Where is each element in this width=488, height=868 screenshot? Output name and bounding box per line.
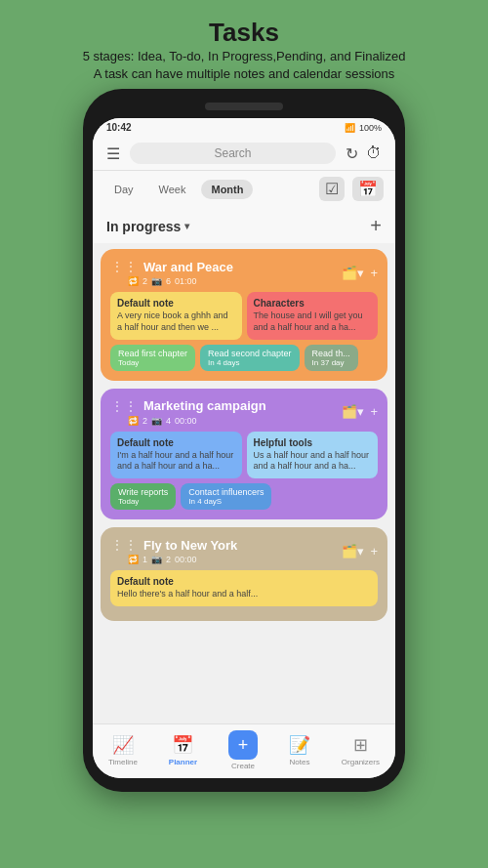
- task-menu-icon[interactable]: 🗂️▾: [342, 266, 364, 280]
- status-time: 10:42: [106, 122, 132, 133]
- menu-icon[interactable]: ☰: [106, 145, 120, 163]
- notes-grid: Default note A very nice book a ghhh and…: [110, 292, 378, 339]
- task-meta: 🔁 2 📷 6 01:00: [128, 276, 233, 286]
- sessions-icon: 📷: [151, 276, 162, 286]
- nav-item-notes[interactable]: 📝 Notes: [289, 734, 310, 766]
- sessions-icon: 📷: [151, 555, 162, 564]
- timeline-label: Timeline: [108, 758, 138, 766]
- session-read-second[interactable]: Read second chapter In 4 days: [200, 345, 300, 371]
- notes-grid: Default note Hello there's a half hour a…: [110, 570, 378, 606]
- note-title: Helpful tools: [254, 437, 372, 448]
- task-title: Marketing campaign: [143, 398, 266, 413]
- section-title[interactable]: In progress ▾: [106, 219, 189, 234]
- note-helpful-tools[interactable]: Helpful tools Us a half hour and a half …: [247, 432, 379, 478]
- notes-icon: 🔁: [128, 555, 139, 564]
- task-title: War and Peace: [143, 260, 233, 274]
- page-subtitle: 5 stages: Idea, To-do, In Progress,Pendi…: [10, 48, 478, 83]
- drag-handle-icon: ⋮⋮: [110, 398, 138, 414]
- note-default[interactable]: Default note Hello there's a half hour a…: [110, 570, 378, 606]
- bottom-nav: 📈 Timeline 📅 Planner + Create 📝 Notes ⊞ …: [93, 723, 395, 778]
- task-meta: 🔁 1 📷 2 00:00: [128, 555, 237, 564]
- notes-icon: 📝: [289, 734, 310, 756]
- phone-notch: [205, 103, 283, 110]
- drag-handle-icon: ⋮⋮: [110, 259, 138, 274]
- top-icons: ↻ ⏱: [346, 145, 382, 163]
- create-btn[interactable]: +: [228, 730, 258, 760]
- session-contact-influencers[interactable]: Contact influencers In 4 dayS: [181, 483, 271, 510]
- status-right: 📶 100%: [345, 123, 382, 133]
- drag-handle-icon: ⋮⋮: [110, 537, 138, 553]
- note-characters[interactable]: Characters The house and I will get you …: [247, 292, 379, 339]
- task-title-row: ⋮⋮ War and Peace: [110, 259, 233, 274]
- nav-item-organizers[interactable]: ⊞ Organizers: [342, 734, 380, 766]
- nav-item-create[interactable]: + Create: [228, 730, 258, 770]
- tab-month[interactable]: Month: [201, 180, 253, 199]
- sessions-count: 2: [166, 555, 171, 564]
- task-actions: 🗂️▾ +: [342, 266, 378, 280]
- note-text: Hello there's a half hour and a half...: [117, 589, 371, 600]
- session-read-third[interactable]: Read th... In 37 day: [305, 345, 358, 371]
- planner-icon: 📅: [172, 734, 193, 756]
- session-read-first[interactable]: Read first chapter Today: [110, 345, 195, 371]
- notes-grid: Default note I'm a half hour and a half …: [110, 432, 378, 478]
- timer-icon[interactable]: ⏱: [366, 145, 382, 163]
- add-task-btn[interactable]: +: [370, 215, 382, 237]
- tab-day[interactable]: Day: [104, 180, 143, 199]
- timeline-icon: 📈: [112, 734, 134, 756]
- phone-screen: 10:42 📶 100% ☰ Search ↻ ⏱ Day Week Month…: [93, 118, 395, 778]
- task-actions: 🗂️▾ +: [342, 404, 378, 419]
- nav-item-timeline[interactable]: 📈 Timeline: [108, 734, 138, 766]
- signal-icon: 📶: [345, 123, 355, 133]
- tab-week[interactable]: Week: [149, 180, 196, 199]
- planner-label: Planner: [169, 758, 197, 766]
- calendar-view-icon[interactable]: 📅: [352, 177, 384, 201]
- search-box[interactable]: Search: [130, 143, 336, 164]
- sessions-count: 4: [166, 416, 171, 426]
- notes-icon: 🔁: [128, 276, 139, 286]
- duration: 01:00: [175, 276, 197, 286]
- note-default[interactable]: Default note I'm a half hour and a half …: [110, 432, 242, 478]
- page-title: Tasks: [10, 18, 478, 48]
- filter-icons: ☑ 📅: [319, 177, 384, 201]
- task-title: Fly to New York: [143, 538, 237, 553]
- task-menu-icon[interactable]: 🗂️▾: [342, 544, 364, 558]
- note-title: Default note: [117, 437, 235, 448]
- task-menu-icon[interactable]: 🗂️▾: [342, 404, 364, 419]
- note-text: The house and I will get you and a half …: [254, 310, 372, 333]
- task-header: ⋮⋮ War and Peace 🔁 2 📷 6 01:00 🗂️▾: [110, 259, 378, 286]
- notes-count: 1: [142, 555, 147, 564]
- battery-level: 100%: [359, 123, 382, 133]
- note-title: Default note: [117, 576, 371, 587]
- notes-icon: 🔁: [128, 416, 139, 426]
- checklist-icon[interactable]: ☑: [319, 177, 345, 201]
- search-placeholder: Search: [214, 146, 251, 160]
- note-text: I'm a half hour and a half hour and a ha…: [117, 450, 235, 473]
- task-add-icon[interactable]: +: [370, 266, 378, 280]
- session-write-reports[interactable]: Write reports Today: [110, 483, 176, 510]
- task-header: ⋮⋮ Fly to New York 🔁 1 📷 2 00:00 🗂️▾: [110, 537, 378, 564]
- session-tags: Write reports Today Contact influencers …: [110, 483, 378, 510]
- note-default[interactable]: Default note A very nice book a ghhh and…: [110, 292, 242, 339]
- task-title-row: ⋮⋮ Fly to New York: [110, 537, 237, 553]
- note-title: Default note: [117, 298, 235, 309]
- section-header: In progress ▾ +: [93, 207, 395, 243]
- refresh-icon[interactable]: ↻: [346, 145, 358, 163]
- session-tags: Read first chapter Today Read second cha…: [110, 345, 378, 371]
- organizers-icon: ⊞: [353, 734, 368, 756]
- top-bar: ☰ Search ↻ ⏱: [93, 137, 395, 171]
- notes-label: Notes: [290, 758, 310, 766]
- task-add-icon[interactable]: +: [370, 544, 378, 558]
- task-add-icon[interactable]: +: [370, 404, 378, 419]
- notes-count: 2: [142, 416, 147, 426]
- organizers-label: Organizers: [342, 758, 380, 766]
- phone-frame: 10:42 📶 100% ☰ Search ↻ ⏱ Day Week Month…: [83, 89, 405, 792]
- duration: 00:00: [175, 416, 197, 426]
- filter-tabs: Day Week Month ☑ 📅: [93, 171, 395, 207]
- create-label: Create: [231, 762, 255, 770]
- nav-item-planner[interactable]: 📅 Planner: [169, 734, 197, 766]
- sessions-icon: 📷: [151, 416, 162, 426]
- status-bar: 10:42 📶 100%: [93, 118, 395, 137]
- task-card-marketing: ⋮⋮ Marketing campaign 🔁 2 📷 4 00:00 🗂️▾: [101, 389, 387, 519]
- page-header: Tasks 5 stages: Idea, To-do, In Progress…: [0, 0, 488, 89]
- task-card-fly-new-york: ⋮⋮ Fly to New York 🔁 1 📷 2 00:00 🗂️▾: [101, 527, 387, 621]
